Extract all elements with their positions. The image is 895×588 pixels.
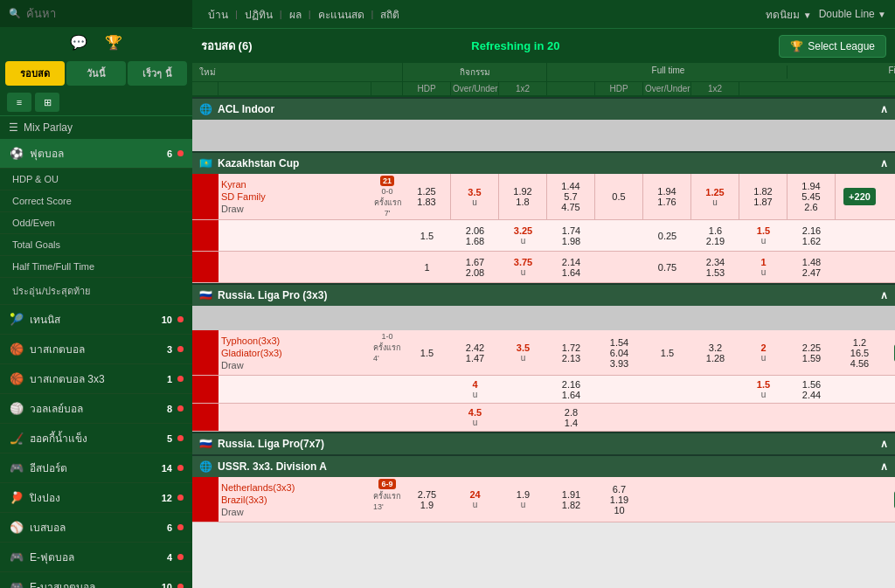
ussr-flag: 🌐 (199, 460, 212, 473)
kaz-collapse[interactable]: ∧ (880, 157, 888, 169)
tab-live[interactable]: รอบสด (5, 61, 65, 86)
line-arrow: ▼ (878, 10, 886, 19)
team-sdfamily[interactable]: SD Family (221, 191, 369, 202)
submenu-warmup[interactable]: ประอุ่น/ประสุดท้าย (0, 278, 192, 305)
baseball-icon: ⚾ (9, 521, 24, 534)
baseball-dot (177, 524, 184, 530)
search-bar[interactable]: 🔍 (0, 0, 192, 27)
table-header-top: ใหม่ กิจกรรม Full time First Half มากกว่… (192, 63, 895, 82)
search-input[interactable] (26, 7, 184, 20)
sidebar-item-esport[interactable]: 🎮 อีสปอร์ต 14 (0, 453, 192, 483)
efootball-dot (177, 554, 184, 560)
match-kyran-badge: 21 (380, 176, 394, 186)
football-label: ฟุตบอล (30, 145, 162, 162)
russia-3x3-collapse[interactable]: ∧ (880, 289, 888, 301)
team-netherlands[interactable]: Netherlands(3x3) (221, 482, 369, 493)
grid-view-icon[interactable]: ⊞ (35, 93, 59, 112)
nav-results[interactable]: ผล (282, 6, 309, 23)
submenu-hdp-ou[interactable]: HDP & OU (0, 169, 192, 190)
russia-gray-row (192, 306, 895, 330)
message-icon[interactable]: 💬 (70, 34, 87, 51)
list-view-icon[interactable]: ≡ (7, 93, 31, 112)
sidebar-item-hockey[interactable]: 🏒 ฮอคกี้น้ำแข็ง 5 (0, 424, 192, 453)
football-dot (177, 150, 184, 156)
match-typhoon: Typhoon(3x3) Gladiator(3x3) Draw 1-0 ครั… (192, 330, 895, 376)
tennis-count: 10 (162, 315, 172, 325)
kaz-flag: 🇰🇿 (199, 157, 212, 169)
esport-icon: 🎮 (9, 461, 24, 474)
team-typhoon[interactable]: Typhoon(3x3) (221, 336, 369, 346)
sidebar-item-football[interactable]: ⚽ ฟุตบอล 6 (0, 139, 192, 169)
mix-parlay-label: Mix Parlay (24, 121, 73, 134)
rounds-label: รอบสด (6) (201, 37, 253, 55)
sidebar-item-tennis[interactable]: 🎾 เทนนิส 10 (0, 305, 192, 335)
russia-7x7-collapse[interactable]: ∧ (880, 438, 888, 450)
team-brazil[interactable]: Brazil(3x3) (221, 495, 369, 505)
hockey-count: 5 (167, 433, 172, 444)
submenu-odd-even[interactable]: Odd/Even (0, 212, 192, 234)
russia-3x3-name: Russia. Liga Pro (3x3) (218, 289, 327, 301)
tab-today[interactable]: วันนี้ (66, 61, 126, 86)
basketball-count: 3 (167, 344, 172, 355)
pingpong-label: ปิงปอง (30, 489, 156, 506)
acl-match-row (192, 120, 895, 151)
pingpong-count: 12 (162, 493, 172, 503)
match-typhoon-teams: Typhoon(3x3) Gladiator(3x3) Draw (219, 330, 371, 375)
ussr-collapse[interactable]: ∧ (880, 460, 888, 473)
basketball3x3-count: 1 (167, 374, 172, 384)
match-kyran-teams: Kyran SD Family Draw (219, 174, 371, 219)
pingpong-dot (177, 495, 184, 501)
ussr-name: USSR. 3x3. Division A (218, 460, 327, 473)
select-league-button[interactable]: 🏆 Select League (779, 35, 886, 58)
nl-minute: ครั้งแรก 13' (373, 490, 401, 511)
refresh-timer: Refreshing in 20 (471, 39, 559, 52)
nav-stats[interactable]: สถิติ (373, 6, 406, 23)
sidebar-item-basketball[interactable]: 🏀 บาสเกตบอล 3 (0, 335, 192, 364)
submenu-total-goals[interactable]: Total Goals (0, 234, 192, 256)
select-league-label: Select League (808, 40, 875, 52)
trophy-icon[interactable]: 🏆 (105, 34, 122, 51)
trophy-btn-icon: 🏆 (790, 40, 803, 52)
sidebar-item-volleyball[interactable]: 🏐 วอลเลย์บอล 8 (0, 394, 192, 424)
search-icon: 🔍 (9, 8, 21, 19)
line-selector[interactable]: Double Line ▼ (819, 8, 886, 20)
baseball-count: 6 (167, 522, 172, 533)
col-ft-12: 1x2 (499, 82, 547, 95)
acl-collapse[interactable]: ∧ (880, 103, 888, 115)
team-kyran[interactable]: Kyran (221, 179, 369, 190)
ebasketball-count: 10 (162, 582, 172, 589)
mix-parlay-row: ☰ Mix Parlay (0, 115, 192, 139)
russia-row2: 4 u 2.16 1.64 1.5 u 1.56 2.44 (192, 376, 895, 404)
nav-livescore[interactable]: คะแนนสด (311, 6, 371, 23)
more-kyran[interactable]: +220 (843, 188, 876, 205)
esport-label: อีสปอร์ต (30, 460, 156, 476)
mode-selector[interactable]: ทดนิยม ▼ (766, 6, 811, 23)
content-area: 🌐 ACL Indoor ∧ 🇰🇿 Kazakhstan Cup ∧ Kyran… (192, 97, 895, 588)
sidebar-item-baseball[interactable]: ⚾ เบสบอล 6 (0, 513, 192, 543)
russia-7x7-flag: 🇷🇺 (199, 438, 212, 450)
nav-home[interactable]: บ้าน (201, 6, 235, 23)
header-firsthalf-label: First Half (787, 66, 895, 79)
sidebar-item-efootball[interactable]: 🎮 E-ฟุตบอล 4 (0, 543, 192, 572)
russia-row3: 4.5 u 2.8 1.4 (192, 404, 895, 432)
efootball-count: 4 (167, 552, 172, 563)
team-gladiator[interactable]: Gladiator(3x3) (221, 348, 369, 358)
tab-upcoming[interactable]: เร็วๆ นี้ (128, 61, 187, 86)
submenu-halftime[interactable]: Half Time/Full Time (0, 256, 192, 278)
kaz-name: Kazakhstan Cup (218, 157, 299, 169)
submenu-correct-score[interactable]: Correct Score (0, 190, 192, 212)
hockey-dot (177, 435, 184, 441)
header-fulltime-section: Full time First Half (547, 63, 895, 81)
efootball-icon: 🎮 (9, 550, 24, 564)
sidebar-item-basketball3x3[interactable]: 🏀 บาสเกตบอล 3x3 1 (0, 364, 192, 394)
volleyball-label: วอลเลย์บอล (30, 400, 162, 417)
ebasketball-label: E-บาสเกตบอล (30, 578, 156, 588)
match-nl-teams: Netherlands(3x3) Brazil(3x3) Draw (219, 477, 371, 522)
ebasketball-dot (177, 584, 184, 588)
sidebar-item-ebasketball[interactable]: 🎮 E-บาสเกตบอล 10 (0, 572, 192, 588)
sidebar-icon-bar: 💬 🏆 (0, 27, 192, 58)
match-kyran-score: 0-0 (381, 187, 392, 196)
nav-calendar[interactable]: ปฏิทิน (238, 6, 280, 23)
russia-7x7-name: Russia. Liga Pro(7x7) (218, 438, 324, 450)
sidebar-item-pingpong[interactable]: 🏓 ปิงปอง 12 (0, 483, 192, 513)
